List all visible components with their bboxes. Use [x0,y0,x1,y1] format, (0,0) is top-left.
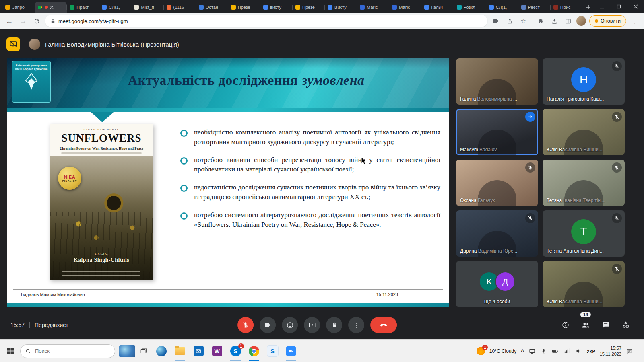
edge-icon[interactable] [152,340,171,362]
tab-favicon [231,5,236,10]
display-tray-icon[interactable] [528,348,536,355]
browser-tab[interactable]: Гальч [421,2,454,13]
file-explorer-icon[interactable] [171,340,189,362]
forward-icon[interactable]: → [18,16,28,26]
chrome-update-button[interactable]: Оновити [589,15,626,27]
more-options-button[interactable] [348,317,364,333]
browser-tab[interactable]: висту [260,2,293,13]
participant-tile-speaking[interactable]: Maksym Badalov [456,109,538,155]
browser-tab[interactable]: Презе [228,2,260,13]
chat-panel-button[interactable] [601,320,611,330]
skype-icon[interactable]: S1 [226,340,245,362]
participant-tile[interactable]: Галина Володимирівна ... [456,58,538,105]
participant-tile[interactable]: Н Наталія Григорівна Каш... [543,58,625,105]
share-icon[interactable] [504,16,515,26]
extensions-puzzle-icon[interactable] [535,16,546,26]
browser-tab[interactable]: Прис [551,2,583,13]
presentation-paused-icon[interactable] [6,37,20,51]
browser-tab[interactable]: Запро [2,2,35,13]
tab-favicon [489,5,494,10]
raise-hand-button[interactable] [326,317,342,333]
present-button[interactable] [304,317,320,333]
browser-tab[interactable]: Практ [67,2,99,13]
end-call-button[interactable] [370,317,397,333]
close-window-icon[interactable] [627,0,644,13]
zoom-icon[interactable] [282,340,300,362]
battery-tray-icon[interactable] [552,348,559,355]
participant-tile[interactable]: Дарина Вадимівна Юре... [456,210,538,257]
browser-tab[interactable]: Mist_п [131,2,163,13]
award-badge-label: FINALIST [62,180,77,182]
mic-tray-icon[interactable] [540,348,547,355]
tab-favicon [521,5,526,10]
taskbar-search[interactable] [20,344,115,358]
mic-off-icon [612,264,622,274]
bookmark-star-icon[interactable]: ☆ [518,16,528,26]
reactions-button[interactable] [282,317,298,333]
window-controls [593,0,644,13]
skype-secondary-icon[interactable]: S [263,340,282,362]
mic-mute-button[interactable] [237,317,254,333]
action-center-icon[interactable] [626,348,633,355]
network-tray-icon[interactable] [564,348,571,355]
participant-name: Maksym Badalov [460,147,527,152]
participant-tile[interactable]: Тетяна Іванівна Тверітін... [543,160,625,206]
back-icon[interactable]: ← [4,16,14,26]
avatar-initial: К [487,277,491,286]
reload-icon[interactable] [31,16,42,26]
browser-tab[interactable]: (1116 [164,2,196,13]
meeting-info: 15:57 Передзахист [10,322,68,328]
browser-tab[interactable]: СЛ(1, [99,2,131,13]
mail-icon[interactable] [189,340,208,362]
browser-tab[interactable]: Остан [196,2,228,13]
browser-tab[interactable]: Презе [293,2,325,13]
participant-tile[interactable]: Оксана Гальчук [456,160,538,206]
browser-tab[interactable]: Висту [325,2,357,13]
tab-label: Гальч [431,5,451,10]
language-indicator[interactable]: УКР [587,349,595,354]
people-panel-button[interactable]: 14 [580,320,591,330]
address-bar[interactable]: meet.google.com/yta-pifr-ugm [45,15,487,27]
browser-menu-icon[interactable]: ⋮ [630,16,640,26]
minimize-icon[interactable] [593,0,610,13]
tab-close-icon[interactable] [50,6,54,9]
volume-tray-icon[interactable] [575,348,582,355]
camera-in-use-icon[interactable] [491,16,501,26]
word-app-icon[interactable]: W [208,340,226,362]
activities-button[interactable] [621,320,631,330]
browser-tab[interactable]: Магіс [357,2,389,13]
overflow-participants-tile[interactable]: К Д Ще 4 особи [456,261,538,307]
university-logo: Київський університет імені Бориса Грінч… [12,61,51,103]
hidden-icons-chevron[interactable]: ^ [521,348,524,354]
maximize-icon[interactable] [610,0,627,13]
participant-name: Оксана Гальчук [460,197,527,203]
news-widget-thumbnail[interactable] [119,345,135,357]
camera-button[interactable] [260,317,276,333]
browser-tab[interactable]: Реєст [518,2,551,13]
side-panel-icon[interactable] [563,16,573,26]
browser-tab[interactable]: Розкл [454,2,486,13]
meeting-details-button[interactable] [560,320,571,330]
participant-tile[interactable]: Юлія Василівна Вишни... [543,261,625,307]
skype-notification-badge: 1 [238,343,244,349]
news-interests-icon[interactable]: 1 [477,347,485,355]
download-icon[interactable] [549,16,559,26]
task-view-button[interactable] [135,340,152,362]
tab-label: СЛ(1, [109,5,128,10]
browser-tab-active-meet[interactable] [35,2,67,13]
taskbar-clock[interactable]: 15:57 15.11.2023 [600,345,621,357]
mic-off-icon [612,112,622,122]
new-tab-button[interactable] [584,2,593,13]
participant-tile[interactable]: Юлія Василівна Вишни... [543,109,625,155]
browser-toolbar: ← → meet.google.com/yta-pifr-ugm ☆ Онови… [0,13,644,29]
chrome-icon[interactable] [245,340,263,362]
start-button[interactable] [1,340,19,362]
weather-text[interactable]: 10°C Cloudy [489,348,517,354]
tab-favicon [134,5,139,10]
profile-avatar[interactable] [576,16,586,26]
browser-tab[interactable]: Магіс [389,2,421,13]
windows-taskbar: W S1 S 1 10°C Cloudy ^ УКР 15:57 15.11.2… [0,339,644,362]
browser-tab[interactable]: СЛ(1, [486,2,518,13]
search-input[interactable] [34,348,110,354]
participant-tile[interactable]: Т Тетяна Анатоліївна Дин... [543,210,625,257]
